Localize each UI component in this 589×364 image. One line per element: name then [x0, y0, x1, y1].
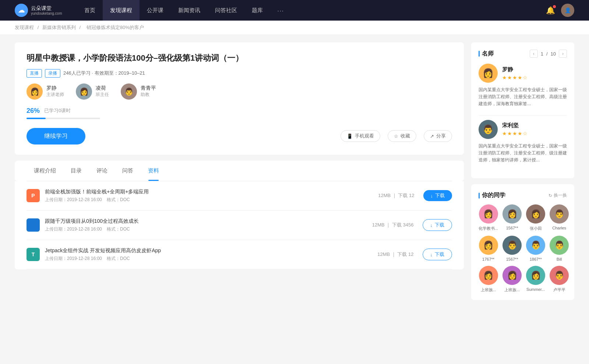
bell-notification-dot [553, 5, 556, 8]
bell-icon[interactable]: 🔔 [546, 6, 555, 15]
student-name-3: Charles [552, 226, 566, 230]
nav-item-qa[interactable]: 问答社区 [208, 0, 244, 21]
teacher-avatar-0: 👩 [27, 83, 43, 100]
main-layout: 明星中教授课，小学阶段语法100分–强化级第1讲动词（一） 直播 录播 246人… [0, 35, 589, 313]
content-area: 明星中教授课，小学阶段语法100分–强化级第1讲动词（一） 直播 录播 246人… [15, 42, 464, 306]
teacher-item-2: 👨 青青平 助教 [121, 83, 156, 100]
tab-intro[interactable]: 课程介绍 [27, 161, 63, 181]
student-name-10: Summer... [526, 287, 545, 292]
famous-teachers-title: 名师 [479, 50, 494, 58]
resource-stats-2: 12MB ｜ 下载 12 [377, 251, 413, 258]
page-current: 1 [541, 51, 543, 57]
resource-icon-1: 👤 [27, 218, 40, 232]
collect-button[interactable]: ☆ 收藏 [388, 130, 416, 142]
refresh-label: 换一换 [554, 192, 567, 199]
teacher-divider [479, 115, 567, 115]
famous-teacher-name-1: 宋利坚 [502, 122, 528, 129]
students-title: 你的同学 [479, 192, 505, 199]
students-header: 你的同学 ↻ 换一换 [479, 192, 567, 199]
share-label: 分享 [436, 133, 446, 139]
resource-info-0: 前端全栈加强版！前端全栈+全周期+多端应用 上传日期：2019-12-28 16… [45, 189, 378, 203]
resource-info-2: Jetpack全组件实战 开发短视频应用高仿皮皮虾App 上传日期：2019-1… [45, 247, 377, 262]
student-avatar-5: 👨 [502, 236, 522, 255]
student-name-8: 上班族... [481, 287, 496, 293]
tab-qa[interactable]: 问答 [115, 161, 141, 181]
resource-meta-1: 上传日期：2019-12-28 16:00 格式：DOC [45, 226, 372, 232]
resource-name-2: Jetpack全组件实战 开发短视频应用高仿皮皮虾App [45, 247, 377, 254]
student-item-9: 👩 上班族... [502, 266, 522, 293]
user-avatar[interactable]: 👤 [561, 4, 574, 17]
course-card: 明星中教授课，小学阶段语法100分–强化级第1讲动词（一） 直播 录播 246人… [15, 42, 464, 155]
student-avatar-10: 👩 [526, 266, 545, 285]
refresh-button[interactable]: ↻ 换一换 [549, 192, 567, 199]
famous-teacher-name-0: 罗静 [502, 66, 528, 73]
download-icon-0: ↓ [431, 193, 433, 199]
tab-comment[interactable]: 评论 [89, 161, 115, 181]
logo[interactable]: ☁ 云朵课堂 yundouketang.com [15, 4, 62, 17]
share-icon: ↗ [430, 133, 434, 139]
breadcrumb-link-2[interactable]: 新媒体营销系列 [42, 25, 76, 30]
student-item-2: 👩 张小田 [526, 204, 545, 231]
progress-bar [27, 118, 100, 119]
student-name-0: 化学教书... [479, 226, 498, 231]
progress-fill [27, 118, 46, 119]
download-icon-1: ↓ [430, 222, 433, 228]
resource-item-1: 👤 跟随千万级项目从0到100全过程高效成长 上传日期：2019-12-28 1… [27, 211, 452, 240]
breadcrumb-current: 销冠修炼术搞定80%的客户 [87, 25, 144, 30]
breadcrumb-link-1[interactable]: 发现课程 [15, 25, 34, 30]
progress-label: 26% 已学习0课时 [27, 107, 452, 115]
download-button-0[interactable]: ↓ 下载 [423, 190, 452, 201]
teacher-role-1: 班主任 [96, 92, 109, 98]
teacher-item-1: 👩 凌荷 班主任 [76, 83, 109, 100]
course-meta: 246人已学习 · 有效期至：2019–10–21 [63, 70, 145, 76]
progress-section: 26% 已学习0课时 [27, 107, 452, 119]
tab-catalog[interactable]: 目录 [63, 161, 89, 181]
student-item-11: 👨 卢平平 [550, 266, 569, 293]
download-button-2[interactable]: ↓ 下载 [423, 249, 452, 260]
nav-item-home[interactable]: 首页 [77, 0, 103, 21]
share-button[interactable]: ↗ 分享 [424, 130, 452, 142]
student-avatar-0: 👩 [479, 204, 498, 224]
student-avatar-7: 👨 [550, 236, 569, 255]
teacher-name-1: 凌荷 [96, 85, 109, 92]
download-button-1[interactable]: ↓ 下载 [423, 219, 452, 231]
course-actions: 继续学习 📱 手机观看 ☆ 收藏 ↗ 分享 [27, 128, 452, 144]
tab-resource[interactable]: 资料 [141, 161, 166, 181]
nav-item-quiz[interactable]: 题库 [244, 0, 270, 21]
nav-item-open[interactable]: 公开课 [140, 0, 171, 21]
prev-page-button[interactable]: ‹ [530, 50, 538, 58]
student-name-11: 卢平平 [553, 287, 565, 293]
star-icon: ☆ [394, 133, 398, 139]
mobile-icon: 📱 [347, 133, 353, 139]
student-item-3: 👨 Charles [550, 204, 569, 231]
course-title: 明星中教授课，小学阶段语法100分–强化级第1讲动词（一） [27, 53, 452, 64]
continue-button[interactable]: 继续学习 [27, 128, 85, 144]
student-name-5: 1567** [506, 257, 518, 261]
nav-item-more[interactable]: ··· [270, 0, 292, 21]
student-name-6: 1867** [530, 257, 542, 261]
mobile-watch-button[interactable]: 📱 手机观看 [341, 130, 380, 142]
breadcrumb: 发现课程 / 新媒体营销系列 / 销冠修炼术搞定80%的客户 [0, 21, 589, 35]
badge-live: 直播 [27, 69, 42, 78]
student-avatar-9: 👩 [502, 266, 522, 285]
teacher-role-2: 助教 [141, 92, 156, 98]
famous-teacher-card-0: 👩 罗静 ★★★★☆ 国内某重点大学安全工程专业硕士，国家一级注册消防工程师、注… [479, 64, 567, 108]
next-page-button[interactable]: › [559, 50, 567, 58]
nav-items: 首页 发现课程 公开课 新闻资讯 问答社区 题库 ··· [77, 0, 546, 21]
student-item-5: 👨 1567** [502, 236, 522, 261]
famous-teacher-card-1: 👨 宋利坚 ★★★★☆ 国内某重点大学安全工程专业硕士，国家一级注册消防工程师、… [479, 120, 567, 164]
student-item-7: 👨 Bill [550, 236, 569, 261]
famous-teacher-avatar-0: 👩 [479, 64, 498, 83]
pagination: ‹ 1 / 10 › [530, 50, 567, 58]
students-grid: 👩 化学教书... 👩 1567** 👩 张小田 👨 Charles 👩 [479, 204, 567, 293]
teacher-avatar-2: 👨 [121, 83, 137, 100]
collect-label: 收藏 [401, 133, 410, 139]
resource-icon-0: P [27, 189, 40, 202]
tabs: 课程介绍 目录 评论 问答 资料 [27, 161, 452, 181]
nav-item-discover[interactable]: 发现课程 [103, 0, 140, 21]
student-avatar-4: 👩 [479, 236, 498, 255]
refresh-icon: ↻ [549, 193, 552, 198]
student-item-4: 👩 1767** [479, 236, 498, 261]
nav-item-news[interactable]: 新闻资讯 [171, 0, 208, 21]
famous-teacher-desc-0: 国内某重点大学安全工程专业硕士，国家一级注册消防工程师、注册安全工程师、高级注册… [479, 86, 567, 108]
